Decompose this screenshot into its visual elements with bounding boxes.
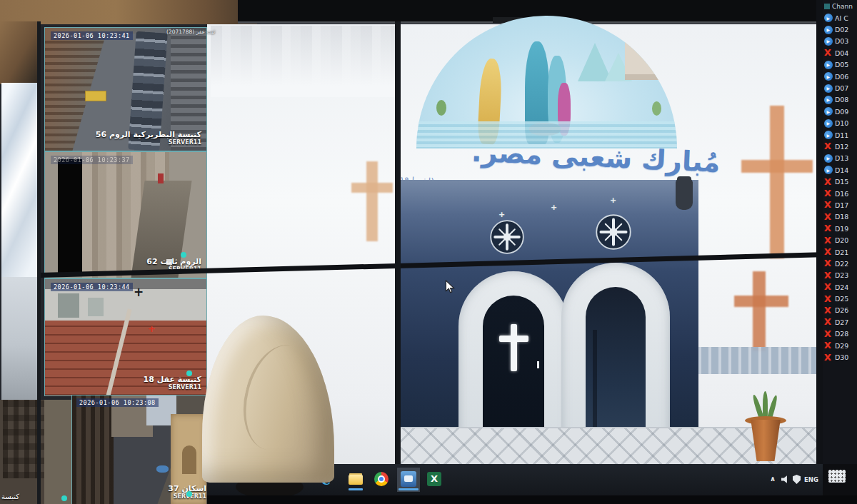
channel-item[interactable]: AI C	[823, 12, 857, 24]
channel-item[interactable]: D06	[823, 71, 857, 82]
channel-item[interactable]: D15	[823, 176, 857, 187]
channel-item[interactable]: D05	[823, 59, 857, 71]
shield-glyph	[793, 475, 801, 484]
wall-cross-upper-right-arm	[741, 160, 813, 173]
red-marker-icon: +	[148, 323, 156, 334]
tray-chevron-up-icon[interactable]: ∧	[770, 475, 776, 483]
channel-item[interactable]: D20	[823, 234, 857, 246]
channel-item[interactable]: D11	[823, 129, 857, 141]
network-shield-icon[interactable]	[793, 475, 801, 484]
folder-glyph	[349, 475, 363, 485]
excel-icon[interactable]: X	[427, 470, 444, 488]
wall-trim-band	[698, 347, 820, 374]
excel-glyph: X	[427, 472, 441, 486]
cursor-arrow-icon	[444, 280, 456, 294]
channel-label: D17	[835, 201, 848, 209]
channel-item[interactable]: D25	[823, 293, 857, 304]
status-dot	[181, 252, 186, 258]
channel-item[interactable]: D30	[823, 351, 857, 363]
channel-item[interactable]: D21	[823, 246, 857, 258]
camera-feed-partial-mid[interactable]	[1, 277, 40, 400]
channel-item[interactable]: D26	[823, 305, 857, 316]
channel-status-icon	[824, 96, 833, 104]
channel-item[interactable]: D03	[823, 36, 857, 47]
monitor-bezel-vertical	[395, 21, 401, 465]
camera-feed-4[interactable]: 2026-01-06 10:23:08 اسكان 37 SERVER11	[71, 395, 212, 504]
channel-status-icon	[824, 72, 833, 81]
channel-item[interactable]: D22	[823, 258, 857, 269]
camera-feed-2[interactable]: 2026-01-06 10:23:37 الروم ثابت 62 SERVER…	[44, 151, 207, 278]
door-cross-icon	[511, 324, 517, 371]
camera-feed-3[interactable]: + + 2026-01-06 10:23:44 كنيسة عقل 18 SER…	[44, 278, 207, 396]
privacy-mask-bar	[58, 159, 82, 273]
channel-status-icon	[824, 84, 833, 93]
channel-label: D24	[835, 283, 848, 291]
coptic-cross-medallion-left	[490, 220, 524, 254]
camera-feed-1[interactable]: 2026-01-06 10:23:41 كنيسة البطريركية الر…	[44, 27, 207, 151]
channel-label: D13	[835, 154, 848, 162]
channel-status-icon	[824, 166, 833, 174]
channel-label: D09	[835, 108, 848, 116]
channel-item[interactable]: D04	[823, 47, 857, 59]
channel-label: D25	[835, 295, 848, 303]
channel-label: D30	[835, 353, 848, 361]
camera-app-icon[interactable]	[400, 470, 417, 488]
language-indicator[interactable]: ENG	[804, 476, 818, 483]
channel-item[interactable]: D12	[823, 141, 857, 152]
wall-lantern	[676, 178, 693, 210]
chrome-icon[interactable]	[374, 470, 391, 488]
channel-label: D05	[835, 61, 848, 69]
channel-status-icon	[824, 49, 833, 57]
channel-item[interactable]: D19	[823, 223, 857, 234]
status-dot	[186, 371, 192, 376]
channel-label: D28	[835, 330, 848, 338]
channel-status-icon	[824, 271, 833, 280]
touch-keyboard-icon[interactable]	[828, 470, 846, 483]
church-arch	[182, 445, 196, 474]
channel-item[interactable]: D10	[823, 118, 857, 129]
video-window-title: (2071788) ثبت عفر	[166, 29, 231, 35]
channel-item[interactable]: D27	[823, 316, 857, 328]
channel-item[interactable]: D02	[823, 24, 857, 35]
channel-label: D07	[835, 84, 848, 92]
wall-cross-lower-right	[753, 271, 766, 351]
channel-item[interactable]: D07	[823, 82, 857, 94]
small-cross-icon: +	[610, 196, 616, 205]
coptic-cross-icon	[596, 214, 631, 250]
channel-label: D26	[835, 306, 848, 314]
file-explorer-icon[interactable]	[349, 470, 366, 488]
camera-feed-partial-bright[interactable]	[1, 83, 40, 277]
building-left	[72, 395, 114, 504]
channel-item[interactable]: D28	[823, 328, 857, 340]
channel-item[interactable]: D13	[823, 153, 857, 164]
channel-status-icon	[824, 131, 833, 139]
wall-cross-lower-right-arm	[734, 296, 788, 307]
volume-icon[interactable]	[781, 475, 789, 483]
channel-label: D15	[835, 178, 848, 186]
channel-item[interactable]: D09	[823, 106, 857, 117]
feed-corner-marker	[166, 259, 172, 265]
channel-label: D27	[835, 318, 848, 326]
status-dot	[61, 495, 67, 501]
channel-status-icon	[824, 318, 833, 326]
running-app-indicator	[349, 488, 363, 490]
channel-item[interactable]: D29	[823, 340, 857, 351]
yellow-sign	[85, 91, 106, 101]
channel-item[interactable]: D23	[823, 270, 857, 281]
channel-item[interactable]: D08	[823, 94, 857, 106]
channel-status-icon	[824, 14, 833, 22]
channel-item[interactable]: D17	[823, 199, 857, 211]
channel-item[interactable]: D14	[823, 164, 857, 176]
channel-status-icon	[824, 37, 833, 46]
channel-item[interactable]: D18	[823, 211, 857, 223]
camera-feed-partial-bottom[interactable]: كنيسة	[0, 400, 71, 504]
speaker-glyph	[781, 475, 789, 483]
channel-item[interactable]: D24	[823, 281, 857, 293]
channel-label: D16	[835, 190, 848, 198]
channel-item[interactable]: D16	[823, 188, 857, 199]
small-cross-icon: +	[551, 203, 557, 212]
monitor-bezel-vertical-right	[816, 0, 823, 465]
coptic-cross-medallion-right	[596, 214, 631, 250]
channel-list-panel[interactable]: Chann AI C D02 D03	[823, 0, 857, 464]
wall-cross-left-arm	[351, 183, 393, 193]
